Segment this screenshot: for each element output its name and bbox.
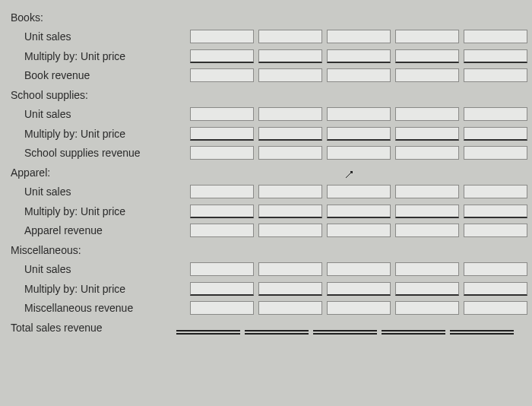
section-header: Books: [11,11,176,24]
input-cell[interactable] [327,301,391,315]
total-label: Total sales revenue [11,322,176,334]
input-cell[interactable] [327,107,391,121]
input-cell[interactable] [464,185,527,198]
input-cell[interactable] [464,68,527,82]
input-cell[interactable] [258,205,322,218]
input-cell[interactable] [464,127,527,141]
row-label: Multiply by: Unit price [11,205,190,217]
revenue-worksheet: Books:Unit salesMultiply by: Unit priceB… [11,8,524,338]
input-cell[interactable] [327,282,391,296]
input-cell[interactable] [395,205,459,218]
input-cell[interactable] [395,30,459,43]
input-cell[interactable] [395,146,459,160]
input-cell[interactable] [258,262,322,276]
input-cell[interactable] [327,205,391,218]
input-cell[interactable] [327,224,391,237]
input-cell[interactable] [464,224,527,237]
row-label: Unit sales [11,108,190,120]
input-cell[interactable] [395,127,459,141]
row-label: School supplies revenue [11,147,190,159]
input-cell[interactable] [258,301,322,315]
row-label: Miscellaneous revenue [11,302,190,314]
input-cell[interactable] [464,282,527,296]
row-label: Book revenue [11,69,190,81]
input-cell[interactable] [327,30,391,43]
input-cell[interactable] [190,224,254,237]
input-cell[interactable] [395,68,459,82]
input-cell[interactable] [395,282,459,296]
input-cell[interactable] [190,262,254,276]
input-cell[interactable] [190,30,254,43]
input-cell[interactable] [258,107,322,121]
input-cell[interactable] [450,321,514,335]
row-label: Unit sales [11,186,190,198]
section-header: Miscellaneous: [11,244,176,256]
input-cell[interactable] [258,146,322,160]
input-cell[interactable] [327,68,391,82]
input-cell[interactable] [395,107,459,121]
row-label: Unit sales [11,30,190,43]
input-cell[interactable] [258,185,322,198]
input-cell[interactable] [464,49,527,63]
input-cell[interactable] [395,224,459,237]
input-cell[interactable] [464,146,527,160]
input-cell[interactable] [190,107,254,121]
input-cell[interactable] [258,49,322,63]
input-cell[interactable] [258,30,322,43]
input-cell[interactable] [464,301,527,315]
input-cell[interactable] [464,262,527,276]
input-cell[interactable] [382,321,445,335]
input-cell[interactable] [190,301,254,315]
input-cell[interactable] [327,262,391,276]
input-cell[interactable] [464,107,527,121]
row-label: Multiply by: Unit price [11,283,190,295]
section-header: School supplies: [11,89,176,101]
input-cell[interactable] [395,301,459,315]
input-cell[interactable] [327,49,391,63]
input-cell[interactable] [258,282,322,296]
input-cell[interactable] [190,282,254,296]
input-cell[interactable] [190,127,254,141]
input-cell[interactable] [464,205,527,218]
row-label: Multiply by: Unit price [11,128,190,140]
input-cell[interactable] [176,321,240,335]
input-cell[interactable] [258,127,322,141]
input-cell[interactable] [190,205,254,218]
input-cell[interactable] [395,262,459,276]
input-cell[interactable] [258,224,322,237]
input-cell[interactable] [464,30,527,43]
input-cell[interactable] [190,49,254,63]
row-label: Apparel revenue [11,224,190,236]
section-header: Apparel: [11,167,176,179]
row-label: Multiply by: Unit price [11,50,190,62]
row-label: Unit sales [11,263,190,275]
input-cell[interactable] [327,185,391,198]
input-cell[interactable] [395,49,459,63]
input-cell[interactable] [327,146,391,160]
input-cell[interactable] [190,146,254,160]
input-cell[interactable] [190,68,254,82]
input-cell[interactable] [395,185,459,198]
input-cell[interactable] [258,68,322,82]
input-cell[interactable] [245,321,309,335]
input-cell[interactable] [327,127,391,141]
input-cell[interactable] [313,321,377,335]
input-cell[interactable] [190,185,254,198]
